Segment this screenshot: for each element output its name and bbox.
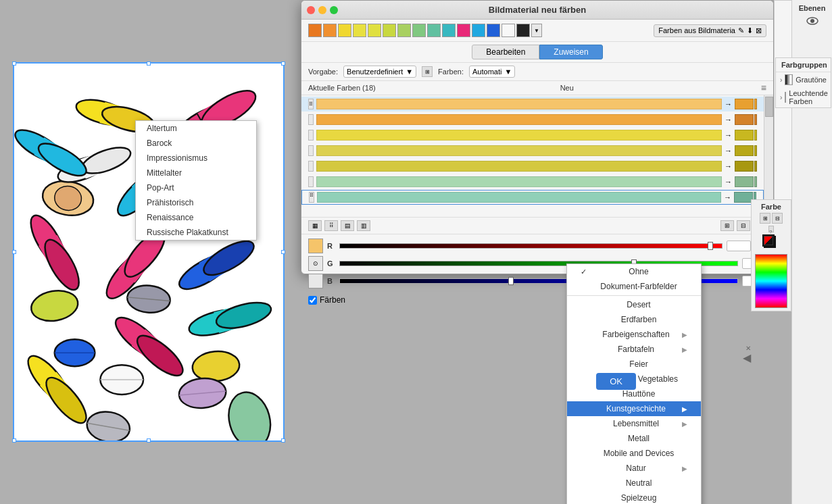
- r-slider-thumb[interactable]: [708, 242, 713, 250]
- menu-item-spielzeug[interactable]: Spielzeug: [567, 490, 701, 504]
- swatch-3[interactable]: [338, 24, 351, 37]
- farben-aus-button[interactable]: Farben aus Bildmateria ✎ ⬇ ⊠: [654, 24, 766, 37]
- farbe-panel-icons: ⊞ ⊟: [760, 213, 783, 224]
- color-row-7[interactable]: ⠿ →: [301, 190, 764, 205]
- selection-handle-br[interactable]: [281, 438, 285, 443]
- selection-handle-bc[interactable]: [147, 438, 151, 443]
- color-row-5[interactable]: →: [301, 159, 764, 174]
- farbgruppen-panel: Farbgruppen › Grautöne › Leuchtende Farb…: [775, 57, 831, 108]
- farbe-icon-2[interactable]: ⊟: [772, 213, 783, 224]
- swatch-8[interactable]: [412, 24, 426, 37]
- swatch-12[interactable]: [472, 24, 485, 37]
- farbgruppen-title: Farbgruppen: [776, 58, 831, 72]
- swatch-dropdown[interactable]: ▼: [531, 24, 542, 37]
- color-spectrum[interactable]: [755, 254, 787, 308]
- b-slider-thumb[interactable]: [508, 277, 514, 285]
- icon-btn-2[interactable]: ⠿: [324, 220, 338, 231]
- menu-icon[interactable]: ≡: [761, 82, 766, 93]
- submenu-barock-label: Barock: [147, 138, 172, 148]
- swatch-6[interactable]: [383, 24, 396, 37]
- menu-item-desert[interactable]: Desert: [567, 297, 701, 312]
- vorgabe-select[interactable]: Benutzerdefiniert ▼: [343, 66, 416, 78]
- color-row-2[interactable]: →: [301, 112, 764, 127]
- farbgruppe-leuchtend[interactable]: › Leuchtende Farben: [776, 87, 831, 107]
- selection-handle-bl[interactable]: [12, 438, 16, 443]
- submenu-item-renaissance[interactable]: Renaissance: [136, 210, 256, 225]
- menu-item-feier[interactable]: Feier: [567, 357, 701, 372]
- farbgruppe-grautone[interactable]: › Grautöne: [776, 72, 831, 87]
- menu-item-mobile[interactable]: Mobile and Devices: [567, 446, 701, 461]
- menu-item-farbtafeln[interactable]: Farbtafeln ▶: [567, 342, 701, 357]
- tab-zuweisen[interactable]: Zuweisen: [539, 45, 602, 59]
- submenu-item-impressionismus[interactable]: Impressionismus: [136, 151, 256, 166]
- icon-btn-1[interactable]: ▦: [308, 220, 322, 231]
- minimize-button[interactable]: [318, 6, 326, 14]
- menu-item-erdfarben[interactable]: Erdfarben: [567, 312, 701, 327]
- fg-bg-color: [762, 234, 780, 252]
- ok-button[interactable]: OK: [596, 373, 636, 390]
- menu-item-natur[interactable]: Natur ▶: [567, 461, 701, 476]
- color-row-1[interactable]: ⠿ →: [301, 97, 764, 111]
- swatch-1[interactable]: [308, 24, 322, 37]
- selection-handle-tr[interactable]: [281, 61, 285, 66]
- r-slider-track[interactable]: [339, 243, 723, 249]
- swatch-2[interactable]: [323, 24, 337, 37]
- collapse-panel-arrow[interactable]: ◀: [743, 351, 751, 364]
- menu-item-farbtafeln-label: Farbtafeln: [618, 345, 654, 354]
- icon-btn-4[interactable]: ▥: [357, 220, 370, 231]
- tab-bearbeiten[interactable]: Bearbeiten: [472, 45, 539, 59]
- selection-handle-mr[interactable]: [281, 250, 285, 254]
- swatch-13[interactable]: [487, 24, 500, 37]
- color-row-6[interactable]: →: [301, 174, 764, 189]
- icon-btn-6[interactable]: ⊟: [737, 220, 750, 231]
- menu-item-feier-label: Feier: [629, 359, 647, 369]
- fg-arrow-2: ›: [780, 94, 782, 101]
- fg-arrow-1: ›: [780, 76, 782, 84]
- swatch-5[interactable]: [368, 24, 381, 37]
- color-table-scrollbar[interactable]: [764, 95, 773, 217]
- swatch-white[interactable]: [501, 24, 515, 37]
- menu-item-ohne[interactable]: ✓ Ohne: [567, 264, 701, 279]
- menu-item-neutral[interactable]: Neutral: [567, 476, 701, 490]
- farben-select[interactable]: Automati ▼: [469, 66, 515, 78]
- swatch-7[interactable]: [397, 24, 411, 37]
- submenu-item-barock[interactable]: Barock: [136, 136, 256, 151]
- eye-icon[interactable]: [806, 16, 818, 28]
- menu-item-metall-label: Metall: [628, 434, 650, 443]
- menu-item-mobile-label: Mobile and Devices: [604, 449, 675, 458]
- swatch-black[interactable]: [516, 24, 530, 37]
- selection-handle-tl[interactable]: [12, 61, 16, 66]
- selection-handle-ml[interactable]: [12, 250, 16, 254]
- icon-btn-5[interactable]: ⊞: [720, 220, 734, 231]
- menu-item-kunstgeschichte[interactable]: Kunstgeschichte ▶: [567, 401, 701, 416]
- neu-label: Neu: [560, 84, 574, 92]
- submenu-praehistorisch-label: Prähistorisch: [147, 198, 193, 207]
- submenu-item-mittelalter[interactable]: Mittelalter: [136, 166, 256, 180]
- menu-item-lebens-label: Lebensmittel: [613, 419, 659, 428]
- selection-handle-tc[interactable]: [147, 61, 151, 66]
- farbe-question[interactable]: ?: [768, 226, 774, 232]
- color-row-4[interactable]: →: [301, 143, 764, 158]
- swatch-9[interactable]: [427, 24, 441, 37]
- menu-item-dokument[interactable]: Dokument-Farbfelder: [567, 279, 701, 294]
- menu-item-farbeigenschaften[interactable]: Farbeigenschaften ▶: [567, 327, 701, 342]
- color-row-3[interactable]: →: [301, 128, 764, 143]
- farbe-icon-1[interactable]: ⊞: [760, 213, 770, 224]
- submenu-item-altertum[interactable]: Altertum: [136, 121, 256, 136]
- swatch-4[interactable]: [353, 24, 366, 37]
- farben-checkbox[interactable]: [308, 296, 317, 305]
- fg-color-box[interactable]: [762, 234, 775, 247]
- menu-item-metall[interactable]: Metall: [567, 431, 701, 446]
- grid-icon[interactable]: ⊞: [422, 66, 433, 77]
- icon-btn-3[interactable]: ▤: [341, 220, 354, 231]
- swatch-11[interactable]: [457, 24, 470, 37]
- close-button[interactable]: [307, 6, 315, 14]
- swatch-10[interactable]: [442, 24, 456, 37]
- farbe-panel-title: Farbe: [761, 203, 781, 211]
- submenu-item-russisch[interactable]: Russische Plakatkunst: [136, 225, 256, 240]
- maximize-button[interactable]: [330, 6, 338, 14]
- submenu-item-praehistorisch[interactable]: Prähistorisch: [136, 195, 256, 210]
- menu-item-lebensmittel[interactable]: Lebensmittel ▶: [567, 416, 701, 431]
- r-value-input[interactable]: 248: [727, 241, 751, 251]
- submenu-item-popart[interactable]: Pop-Art: [136, 180, 256, 195]
